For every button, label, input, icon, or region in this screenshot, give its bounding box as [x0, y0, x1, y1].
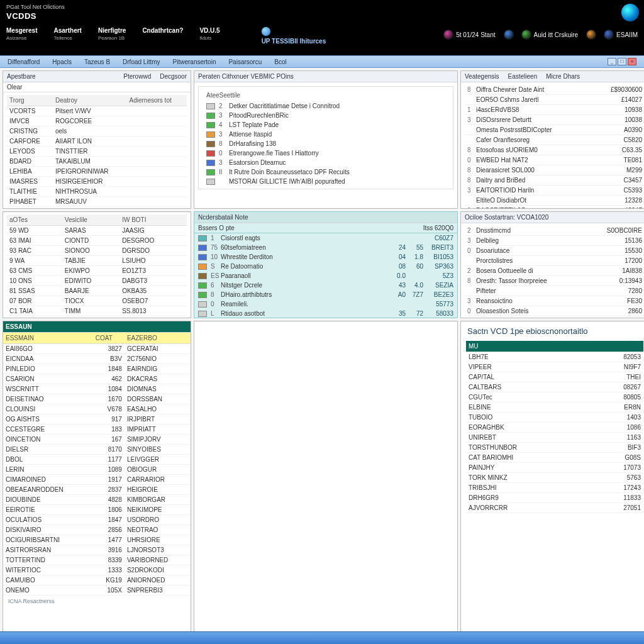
- status-list-item[interactable]: IIIt Rutre Doin Bcauneussetaco DPF Recui…: [203, 167, 449, 177]
- menu-item-0[interactable]: MesgerestAsizanse: [6, 27, 37, 42]
- table-row[interactable]: 3ReansoictinoFE30: [465, 296, 644, 306]
- process-row[interactable]: 0Reamileli.55773: [194, 299, 457, 309]
- table-row[interactable]: OCIGURIBSARTNI1477UHRSIORE: [3, 535, 191, 545]
- table-row[interactable]: LEHIBAIPEIGRORINIWAR: [7, 167, 187, 177]
- table-row[interactable]: ASITRORSRAN3916LJNORSOT3: [3, 545, 191, 555]
- status-chip-4[interactable]: ESAIIM: [604, 30, 638, 39]
- process-row[interactable]: 10Whrestite Derditon041.8BI1053: [194, 252, 457, 262]
- process-row[interactable]: SRe Datoornatio0860SP363: [194, 262, 457, 271]
- table-row[interactable]: CARFOREAIIART ILON: [7, 136, 187, 147]
- table-row[interactable]: 59 WDSARASJAASIG: [7, 226, 187, 236]
- table-row[interactable]: 3DiSOsrsrere Deturtt10038: [465, 115, 644, 125]
- table-row[interactable]: IMASRESHISIRGEIEHIOR: [7, 177, 187, 187]
- tab-0[interactable]: Apestbare: [7, 73, 36, 80]
- table-row[interactable]: PIHABETMRSAUUV: [7, 197, 187, 207]
- table-row[interactable]: VIPEERNI9F7: [466, 362, 643, 372]
- table-row[interactable]: 0Dsoariutace15530: [465, 246, 644, 256]
- table-row[interactable]: 9 WATABJIELSIUHO: [7, 256, 187, 266]
- table-row[interactable]: DEISETINAO1670DORSSBAN: [3, 394, 191, 404]
- subnav-0[interactable]: Diffenafford: [8, 58, 40, 65]
- table-row[interactable]: DISKIVAIRO2856NEOTRAO: [3, 525, 191, 535]
- table-row[interactable]: 8Etosofoas sUORIEM0C63.35: [465, 145, 644, 155]
- table-row[interactable]: DIOUBINDE4828KIMBORGAR: [3, 495, 191, 505]
- table-row[interactable]: Omesta PostrsstBDICopterA0390: [465, 125, 644, 135]
- table-row[interactable]: LERIN1089OBIOGUR: [3, 465, 191, 475]
- table-row[interactable]: OCULATIOS1847USORDRO: [3, 515, 191, 525]
- table-row[interactable]: C1 TAIATIMMSS.8013: [7, 306, 187, 316]
- table-row[interactable]: CAT BARIOMHIG08S: [466, 453, 643, 463]
- table-row[interactable]: 8Daitry and BriBedC3457: [465, 175, 644, 186]
- process-row[interactable]: LRtidauo asotbot357258033: [194, 309, 457, 318]
- subnav-6[interactable]: Bcol: [274, 58, 286, 65]
- table-row[interactable]: DRH6GR911833: [466, 493, 643, 503]
- status-chip-2[interactable]: Auid itt Crskuire: [522, 30, 579, 39]
- menu-item-2[interactable]: NierfigtrePearaon 1B: [98, 27, 126, 42]
- table-row[interactable]: 8Darfparer4037: [465, 316, 644, 318]
- table-row[interactable]: TUBOIO1403: [466, 413, 643, 423]
- table-row[interactable]: EEIROTIE1806NEIKIMOPE: [3, 505, 191, 515]
- table-row[interactable]: 2Bosera Oottueelle di1AI838: [465, 266, 644, 276]
- table-row[interactable]: CAMUIBOKG19ANIORNOED: [3, 575, 191, 586]
- table-row[interactable]: LBH7E82053: [466, 352, 643, 362]
- table-row[interactable]: 63 CMSEKIWPOEO1ZT3: [7, 266, 187, 276]
- status-list-item[interactable]: 3Esatorsion Dtearnuc: [203, 158, 449, 167]
- status-list-item[interactable]: 3PitoodRurechlenBRic: [203, 111, 449, 120]
- table-row[interactable]: Prorctolistres17200: [465, 256, 644, 266]
- subnav-3[interactable]: Drfoad Littmy: [123, 58, 160, 65]
- subnav-4[interactable]: Pitweransertoin: [173, 58, 216, 65]
- table-row[interactable]: IMVCBROGCOREE: [7, 116, 187, 126]
- table-row[interactable]: CGUTec80805: [466, 392, 643, 402]
- status-list-item[interactable]: 4LST Teplate Pade: [203, 120, 449, 130]
- table-row[interactable]: 0RAGSRITETIL6O42047: [465, 206, 644, 209]
- subnav-2[interactable]: Tazeus B: [84, 58, 110, 65]
- table-row[interactable]: LEYODSTINSTTIER: [7, 147, 187, 157]
- table-row[interactable]: WITERTIOC1333S2DROKODI: [3, 565, 191, 575]
- rtop-h2[interactable]: Micre Dhars: [546, 73, 580, 80]
- table-row[interactable]: CRISTNGoels: [7, 126, 187, 136]
- status-chip-0[interactable]: 5t 01/24 Stant: [444, 30, 495, 39]
- menu-item-1[interactable]: AsarthertTellence: [53, 27, 81, 42]
- table-row[interactable]: 93 RACSIONOODGRSDO: [7, 246, 187, 256]
- table-row[interactable]: CALTBARS08267: [466, 382, 643, 392]
- window-close-button[interactable]: ×: [628, 58, 636, 65]
- subnav-1[interactable]: Hpacls: [52, 58, 72, 65]
- table-row[interactable]: TEIRABESII Forthre: [7, 207, 187, 209]
- table-row[interactable]: 1i4ascERdVBS810938: [465, 105, 644, 115]
- table-row[interactable]: CIMAROINED1917CARRARIOR: [3, 475, 191, 485]
- process-row[interactable]: 8DHairo.atrthibtutrsA07Z7BE2E3: [194, 290, 457, 299]
- table-row[interactable]: 10 ONSEDIWITODABGT3: [7, 276, 187, 286]
- table-row[interactable]: 81 SSASBAARJEOKBA35: [7, 286, 187, 296]
- table-row[interactable]: TRIBSJHI17243: [466, 483, 643, 493]
- table-row[interactable]: DBOL1177LEIVGGER: [3, 455, 191, 465]
- table-row[interactable]: 0Oloasestion Soteis2860: [465, 306, 644, 316]
- table-row[interactable]: 0EWBED Hat NAT2TE081: [465, 155, 644, 165]
- table-row[interactable]: 8Oresth: Tassor Ihorpreiee0:13943: [465, 276, 644, 286]
- status-list-item[interactable]: 0Etrerangowe.fie Tiaes I Hiattorry: [203, 148, 449, 158]
- table-row[interactable]: OG AISHTS917IRJPIBRT: [3, 414, 191, 425]
- table-row[interactable]: EORAGHBK1086: [466, 423, 643, 433]
- menu-item-3[interactable]: Cndathrtcan?: [142, 27, 183, 35]
- table-row[interactable]: PINLEDIO1848EAIRNDIG: [3, 364, 191, 374]
- table-row[interactable]: CLOUINSIV678EASALHO: [3, 404, 191, 414]
- table-row[interactable]: 3EAITORTIOID HarilnC5393: [465, 186, 644, 196]
- rtop-h0[interactable]: Veategensis: [465, 73, 499, 80]
- process-row[interactable]: 1Cisiorstl eagtsC60Z7: [194, 233, 457, 243]
- table-row[interactable]: EAI86GO3827GCERATAI: [3, 344, 191, 354]
- table-row[interactable]: EICNDAAB3V2C756NIO: [3, 354, 191, 364]
- tab-2[interactable]: Decgsoor: [160, 73, 187, 80]
- table-row[interactable]: Pifteter7280: [465, 286, 644, 296]
- subnav-5[interactable]: Paisarsorcu: [228, 58, 262, 65]
- table-row[interactable]: WSCRNITT1084DIOMNAS: [3, 384, 191, 394]
- table-row[interactable]: VCORTSPitsert V/WV: [7, 106, 187, 116]
- tab-1[interactable]: Pterowwd: [123, 73, 151, 80]
- status-list-item[interactable]: 8DrHarafising 138: [203, 139, 449, 148]
- table-row[interactable]: UNIREBT1163: [466, 433, 643, 443]
- status-list-item[interactable]: 3Attiense Itaspid: [203, 130, 449, 139]
- menu-item-4[interactable]: VD.U.5fiduts: [199, 27, 219, 42]
- menu-toolbar-right[interactable]: UP TESSIBII Ihiturces: [262, 27, 326, 45]
- status-list-item[interactable]: MSTORAI GILLICTE IWh'AIBI popurafted: [203, 177, 449, 186]
- table-row[interactable]: AJVORRCRR27051: [466, 503, 643, 513]
- table-row[interactable]: CSARION462DKACRAS: [3, 374, 191, 384]
- table-row[interactable]: BDARDTAKAIBLUM: [7, 157, 187, 167]
- table-row[interactable]: 3Delbileg15136: [465, 236, 644, 246]
